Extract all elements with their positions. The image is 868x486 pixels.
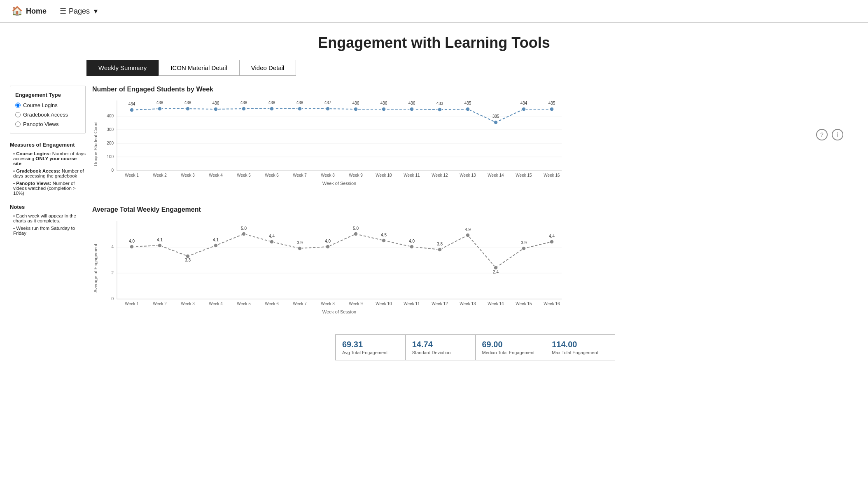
measure-panopto-views: Panopto Views: Number of videos watched … (10, 181, 86, 196)
svg-text:5.0: 5.0 (353, 226, 359, 231)
svg-text:Week 3: Week 3 (181, 173, 195, 178)
svg-text:Week 10: Week 10 (376, 301, 392, 306)
svg-text:Week 4: Week 4 (209, 173, 223, 178)
svg-point-16 (214, 107, 218, 111)
chart2-svg: Average of Engagement 0 2 4 (92, 217, 570, 320)
navigation: 🏠 Home ☰ Pages ▾ (0, 0, 868, 23)
svg-text:4.0: 4.0 (325, 239, 331, 243)
tab-icon-material-detail[interactable]: ICON Material Detail (159, 60, 239, 76)
svg-point-26 (494, 120, 498, 124)
chevron-down-icon: ▾ (94, 7, 98, 16)
svg-text:4.9: 4.9 (465, 227, 471, 232)
svg-text:3.3: 3.3 (185, 258, 191, 262)
svg-text:100: 100 (107, 154, 114, 159)
svg-point-23 (410, 107, 414, 111)
svg-text:4.1: 4.1 (213, 238, 219, 242)
svg-text:0: 0 (111, 297, 114, 301)
svg-point-86 (550, 240, 554, 244)
svg-text:436: 436 (212, 101, 219, 105)
stat-max: 114.00 Max Total Engagement (545, 335, 615, 360)
svg-text:437: 437 (324, 100, 331, 105)
svg-text:4.0: 4.0 (129, 239, 135, 243)
svg-text:Week 11: Week 11 (404, 173, 420, 178)
measures-title: Measures of Engagement (10, 142, 86, 148)
svg-text:Week 14: Week 14 (488, 301, 504, 306)
svg-point-21 (354, 107, 358, 111)
notes-section: Notes Each week will appear in the chart… (10, 204, 86, 236)
svg-point-20 (326, 107, 330, 111)
radio-gradebook-access[interactable]: Gradebook Access (15, 112, 80, 118)
svg-point-76 (270, 240, 274, 244)
svg-text:Week 13: Week 13 (460, 173, 476, 178)
pages-menu[interactable]: ☰ Pages ▾ (60, 7, 98, 16)
svg-text:434: 434 (128, 102, 135, 106)
svg-text:Week 10: Week 10 (376, 173, 392, 178)
svg-point-27 (522, 107, 526, 111)
svg-text:Week 12: Week 12 (432, 173, 448, 178)
svg-text:3.9: 3.9 (521, 241, 527, 245)
stat-stddev-label: Standard Deviation (412, 350, 469, 355)
svg-point-15 (186, 107, 190, 111)
svg-point-84 (494, 266, 498, 270)
svg-text:Week 8: Week 8 (321, 173, 335, 178)
svg-text:2: 2 (111, 271, 114, 275)
svg-point-77 (298, 246, 302, 250)
svg-point-79 (354, 232, 358, 236)
svg-text:4.1: 4.1 (157, 238, 163, 242)
stats-bar: 69.31 Avg Total Engagement 14.74 Standar… (335, 334, 615, 360)
svg-text:Week 9: Week 9 (349, 173, 363, 178)
svg-text:Week 7: Week 7 (293, 173, 307, 178)
radio-panopto-views[interactable]: Panopto Views (15, 121, 80, 127)
home-icon: 🏠 (12, 6, 23, 16)
svg-text:438: 438 (268, 100, 275, 105)
svg-text:436: 436 (408, 101, 415, 105)
menu-icon: ☰ (60, 7, 66, 16)
svg-text:Week 5: Week 5 (237, 173, 251, 178)
svg-text:Week 1: Week 1 (125, 173, 139, 178)
home-link[interactable]: 🏠 Home (12, 6, 47, 16)
svg-point-78 (326, 245, 330, 249)
svg-text:300: 300 (107, 127, 114, 132)
svg-text:Week 2: Week 2 (153, 173, 167, 178)
tab-weekly-summary[interactable]: Weekly Summary (86, 60, 159, 76)
svg-text:435: 435 (548, 101, 555, 105)
home-label: Home (26, 7, 47, 16)
svg-text:5.0: 5.0 (241, 226, 247, 231)
charts-area: Number of Engaged Students by Week Uniqu… (92, 86, 858, 360)
svg-text:2.4: 2.4 (493, 270, 499, 274)
radio-course-logins[interactable]: Course Logins (15, 102, 80, 108)
notes-title: Notes (10, 204, 86, 210)
svg-text:Week 12: Week 12 (432, 301, 448, 306)
svg-text:Week 7: Week 7 (293, 301, 307, 306)
svg-text:Week 16: Week 16 (544, 173, 560, 178)
main-layout: Engagement Type Course Logins Gradebook … (0, 86, 868, 360)
chart2-title: Average Total Weekly Engagement (92, 206, 858, 213)
svg-point-81 (410, 245, 414, 249)
svg-text:Average of Engagement: Average of Engagement (93, 244, 98, 292)
svg-point-19 (298, 107, 302, 111)
svg-text:Week 2: Week 2 (153, 301, 167, 306)
svg-point-24 (438, 107, 442, 112)
svg-text:Week 15: Week 15 (516, 301, 532, 306)
svg-point-82 (438, 248, 442, 252)
svg-text:Week of Session: Week of Session (322, 309, 356, 314)
svg-text:Week 14: Week 14 (488, 173, 504, 178)
measure-gradebook-access: Gradebook Access: Number of days accessi… (10, 168, 86, 178)
note-1: Each week will appear in the charts as i… (10, 213, 86, 223)
chart1-title: Number of Engaged Students by Week (92, 86, 858, 93)
svg-text:200: 200 (107, 141, 114, 145)
radio-group: Course Logins Gradebook Access Panopto V… (15, 102, 80, 127)
sidebar: Engagement Type Course Logins Gradebook … (10, 86, 92, 360)
svg-text:435: 435 (464, 101, 471, 105)
stat-avg-label: Avg Total Engagement (342, 350, 399, 355)
stat-stddev-value: 14.74 (412, 340, 469, 349)
svg-point-13 (130, 108, 134, 112)
tab-video-detail[interactable]: Video Detail (239, 60, 296, 76)
svg-point-80 (382, 238, 386, 243)
measure-course-logins: Course Logins: Number of days accessing … (10, 151, 86, 166)
chart2-container: Average Total Weekly Engagement Average … (92, 206, 858, 320)
svg-text:438: 438 (296, 100, 303, 105)
stat-max-value: 114.00 (552, 340, 608, 349)
svg-text:Week 11: Week 11 (404, 301, 420, 306)
svg-text:400: 400 (107, 114, 114, 118)
